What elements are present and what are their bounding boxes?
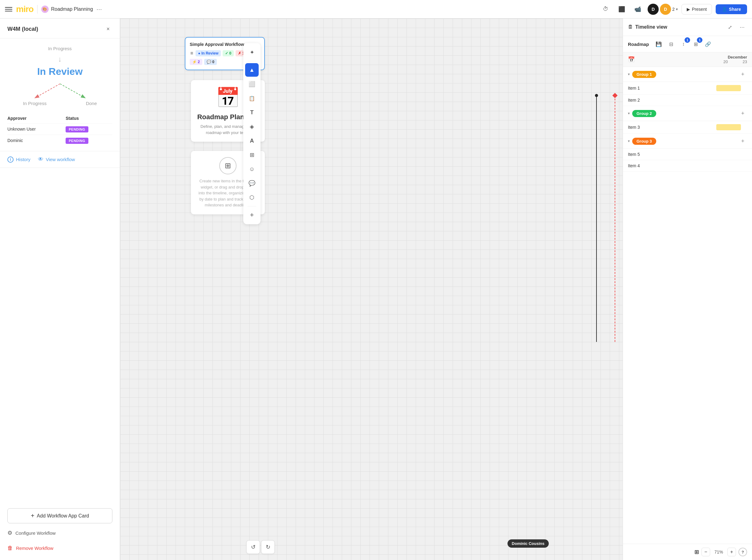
group-2-add-button[interactable]: + bbox=[738, 109, 747, 118]
close-icon[interactable]: × bbox=[104, 25, 113, 33]
status-from-label: In Progress bbox=[48, 46, 72, 51]
timeline-filter-button[interactable]: ⊟ bbox=[666, 39, 676, 49]
canvas-undo-redo-toolbar: ↺ ↻ bbox=[246, 540, 275, 554]
share-person-icon: 👤 bbox=[722, 7, 727, 12]
item-1-bar bbox=[716, 85, 747, 91]
toolbar-text-button[interactable]: T bbox=[245, 106, 259, 119]
toolbar-comment-button[interactable]: 💬 bbox=[245, 177, 259, 190]
timeline-help-icon[interactable]: ? bbox=[738, 548, 747, 556]
board-more-icon[interactable]: ⋯ bbox=[96, 5, 103, 13]
timeline-zoom-out-button[interactable]: − bbox=[702, 548, 710, 556]
wf-badge-comments: 💬 0 bbox=[204, 59, 217, 65]
toolbar-crop-button[interactable]: ⊞ bbox=[245, 148, 259, 162]
configure-workflow-button[interactable]: ⚙ Configure Workflow bbox=[7, 527, 113, 539]
group-2-toggle-icon[interactable]: ▾ bbox=[628, 111, 630, 116]
item-2-row: Item 2 bbox=[623, 95, 752, 106]
branch-left-label: In Progress bbox=[23, 101, 47, 106]
timeline-group-2: ▾ Group 2 + Item 3 bbox=[623, 106, 752, 134]
avatar-chevron-icon[interactable]: ▾ bbox=[676, 7, 678, 12]
toolbar-add-button[interactable]: + bbox=[245, 208, 259, 222]
add-workflow-card-button[interactable]: + Add Workflow App Card bbox=[7, 508, 113, 523]
timeline-zoom-in-button[interactable]: + bbox=[727, 548, 736, 556]
group-3-toggle-icon[interactable]: ▾ bbox=[628, 139, 630, 143]
redo-button[interactable]: ↻ bbox=[261, 540, 275, 554]
toolbar-alpha-button[interactable]: A bbox=[245, 134, 259, 147]
toolbar-divider-1 bbox=[248, 61, 256, 61]
timeline-content: ▾ Group 1 + Item 1 Item 2 ▾ bbox=[623, 67, 752, 544]
view-workflow-label: View workflow bbox=[46, 157, 75, 162]
toolbar-shapes-button[interactable]: ◈ bbox=[245, 120, 259, 133]
view-workflow-eye-icon: 👁 bbox=[38, 156, 43, 163]
history-link[interactable]: i History bbox=[7, 156, 31, 163]
wf-badge-pending: ⚡ 2 bbox=[190, 59, 202, 65]
share-button[interactable]: 👤 Share bbox=[716, 4, 747, 14]
toolbar-frame-button[interactable]: ⬜ bbox=[245, 77, 259, 91]
item-3-label: Item 3 bbox=[628, 125, 716, 130]
view-wrap: ⊞ 1 bbox=[691, 39, 700, 49]
wf-badge-in-review: ● In Review bbox=[196, 50, 221, 56]
toolbar-select-button[interactable]: ▲ bbox=[245, 63, 259, 77]
remove-workflow-button[interactable]: 🗑 Remove Workflow bbox=[7, 542, 113, 554]
hamburger-icon[interactable] bbox=[5, 5, 12, 13]
group-1-add-button[interactable]: + bbox=[738, 70, 747, 79]
col-approver: Approver bbox=[7, 113, 66, 123]
group-3-add-button[interactable]: + bbox=[738, 137, 747, 145]
history-label: History bbox=[16, 157, 31, 162]
board-title-area: 🎨 Roadmap Planning ⋯ bbox=[41, 5, 103, 13]
avatar-count: 2 bbox=[672, 7, 675, 12]
timeline-grid-icon[interactable]: ⊞ bbox=[694, 548, 699, 555]
wf-badge-menu-icon[interactable]: ≡ bbox=[190, 50, 194, 57]
topbar-right: ⏱ ⬛ 📹 D D 2 ▾ ▶ Present 👤 Share bbox=[599, 3, 747, 15]
group-1-toggle-icon[interactable]: ▾ bbox=[628, 72, 630, 76]
approver-row-1: Unknown User PENDING bbox=[7, 123, 113, 135]
toolbar-sparkle-button[interactable]: ✦ bbox=[245, 45, 259, 59]
left-panel: W4M (local) × In Progress ↓ In Review In… bbox=[0, 19, 120, 560]
group-1-label: Group 1 bbox=[632, 71, 656, 78]
tl-data-area: ▾ Group 1 + Item 1 Item 2 ▾ bbox=[623, 67, 752, 172]
date-labels: December 20 23 bbox=[723, 55, 747, 64]
timeline-title-label: Timeline view bbox=[635, 24, 667, 30]
group-3-header[interactable]: ▾ Group 3 + bbox=[623, 134, 752, 149]
toolbar-3d-button[interactable]: ⬡ bbox=[245, 191, 259, 204]
timeline-expand-button[interactable]: ⤢ bbox=[725, 22, 735, 32]
timeline-save-button[interactable]: 💾 bbox=[654, 39, 664, 49]
day2-label: 23 bbox=[743, 59, 747, 64]
configure-label: Configure Workflow bbox=[15, 531, 56, 536]
toolbar-sticky-button[interactable]: 📋 bbox=[245, 92, 259, 105]
status-down-arrow-icon: ↓ bbox=[58, 55, 62, 63]
presentation-mode-button[interactable]: ⬛ bbox=[615, 3, 628, 15]
dominic-cousins-tooltip: Dominic Cousins bbox=[508, 539, 549, 548]
item-3-bar-fill bbox=[716, 124, 741, 130]
date-days: 20 23 bbox=[723, 59, 747, 64]
undo-button[interactable]: ↺ bbox=[246, 540, 260, 554]
present-button[interactable]: ▶ Present bbox=[682, 4, 712, 15]
day1-label: 20 bbox=[723, 59, 728, 64]
view-workflow-link[interactable]: 👁 View workflow bbox=[38, 156, 75, 163]
approver-status-2: PENDING bbox=[66, 135, 113, 146]
timeline-group-1: ▾ Group 1 + Item 1 Item 2 bbox=[623, 67, 752, 106]
item-4-row: Item 4 bbox=[623, 160, 752, 172]
history-info-icon: i bbox=[7, 157, 14, 163]
timeline-more-button[interactable]: ⋯ bbox=[737, 22, 747, 32]
video-button[interactable]: 📹 bbox=[632, 3, 644, 15]
timer-button[interactable]: ⏱ bbox=[599, 3, 612, 15]
timeline-link-button[interactable]: 🔗 bbox=[703, 39, 713, 49]
item-1-row: Item 1 bbox=[623, 82, 752, 95]
group-2-header[interactable]: ▾ Group 2 + bbox=[623, 106, 752, 121]
item-4-label: Item 4 bbox=[628, 163, 716, 168]
add-icon: + bbox=[31, 512, 35, 519]
miro-logo: miro bbox=[16, 4, 34, 14]
group-1-header[interactable]: ▾ Group 1 + bbox=[623, 67, 752, 82]
toolbar-emoji-button[interactable]: ☺ bbox=[245, 162, 259, 176]
avatar-group: D D 2 ▾ bbox=[648, 4, 678, 15]
month-label: December bbox=[723, 55, 747, 59]
svg-line-0 bbox=[35, 84, 60, 98]
present-label: Present bbox=[692, 7, 707, 12]
timeline-widget-icon: ⊞ bbox=[219, 157, 237, 174]
filter-wrap: ⊟ bbox=[666, 39, 676, 49]
remove-label: Remove Workflow bbox=[16, 545, 53, 551]
remove-trash-icon: 🗑 bbox=[7, 545, 13, 552]
timeline-date-header: 📅 December 20 23 bbox=[623, 52, 752, 67]
present-play-icon: ▶ bbox=[687, 7, 690, 12]
timeline-toolbar: Roadmap 💾 ⊟ ↕ 1 ⊞ 1 🔗 bbox=[623, 36, 752, 52]
